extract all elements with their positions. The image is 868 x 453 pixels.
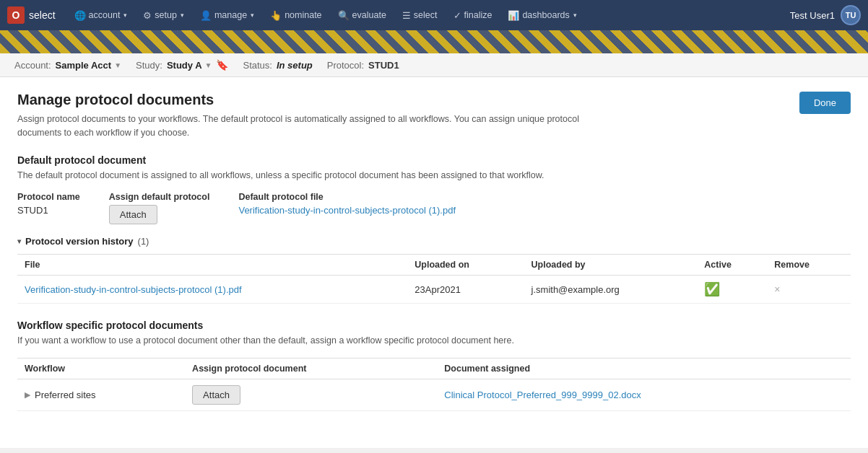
account-label: Account: bbox=[14, 60, 51, 71]
table-row: ▶ Preferred sites Attach Clinical Protoc… bbox=[17, 379, 851, 411]
default-section-title: Default protocol document bbox=[17, 154, 851, 166]
nav-item-setup[interactable]: ⚙ setup ▾ bbox=[136, 6, 191, 25]
bookmark-icon: 🔖 bbox=[216, 59, 228, 71]
study-value: Study A bbox=[167, 60, 202, 71]
brand-icon: O bbox=[7, 6, 25, 24]
uploaded-by-cell: j.smith@example.org bbox=[524, 276, 698, 304]
page-title: Manage protocol documents bbox=[17, 92, 581, 108]
user-avatar[interactable]: TU bbox=[841, 5, 861, 25]
default-file-col: Default protocol file Verification-study… bbox=[238, 192, 456, 216]
manage-nav-label: manage bbox=[214, 10, 247, 20]
attach-default-button[interactable]: Attach bbox=[109, 205, 157, 224]
col-uploaded-on: Uploaded on bbox=[407, 255, 524, 276]
workflow-section: Workflow specific protocol documents If … bbox=[17, 320, 851, 411]
nav-item-evaluate[interactable]: 🔍 evaluate bbox=[331, 6, 394, 25]
study-chevron-icon: ▼ bbox=[205, 61, 212, 69]
version-history-toggle[interactable]: ▾ Protocol version history (1) bbox=[17, 236, 851, 247]
account-chevron-icon: ▼ bbox=[114, 61, 121, 69]
nav-item-nominate[interactable]: 👆 nominate bbox=[263, 6, 329, 25]
attach-workflow-button[interactable]: Attach bbox=[192, 385, 240, 405]
status-breadcrumb: Status: In setup bbox=[243, 60, 312, 71]
col-file: File bbox=[17, 255, 407, 276]
nav-user: Test User1 TU bbox=[790, 5, 861, 25]
dashboards-nav-icon: 📊 bbox=[508, 10, 519, 21]
version-chevron-icon: ▾ bbox=[17, 237, 21, 245]
evaluate-nav-icon: 🔍 bbox=[338, 10, 350, 21]
nav-items: 🌐 account ▾⚙ setup ▾👤 manage ▾👆 nominate… bbox=[67, 6, 790, 25]
nominate-nav-icon: 👆 bbox=[270, 10, 282, 21]
setup-nav-icon: ⚙ bbox=[143, 10, 152, 21]
protocol-label: Protocol: bbox=[327, 60, 364, 71]
col-active: Active bbox=[697, 255, 767, 276]
workflow-section-subtitle: If you want a workflow to use a protocol… bbox=[17, 334, 851, 348]
document-assigned-cell: Clinical Protocol_Preferred_999_9999_02.… bbox=[437, 379, 851, 411]
page-header: Manage protocol documents Assign protoco… bbox=[17, 92, 851, 140]
nav-item-finalize[interactable]: ✓ finalize bbox=[446, 6, 500, 25]
study-breadcrumb: Study: Study A ▼ 🔖 bbox=[136, 59, 228, 71]
col-assign-doc: Assign protocol document bbox=[185, 359, 437, 379]
version-table-header-row: File Uploaded on Uploaded by Active Remo… bbox=[17, 255, 851, 276]
navbar: O select 🌐 account ▾⚙ setup ▾👤 manage ▾👆… bbox=[0, 0, 868, 30]
workflow-row-chevron-icon: ▶ bbox=[25, 390, 30, 400]
protocol-name-col: Protocol name STUD1 bbox=[17, 192, 80, 216]
select-nav-label: select bbox=[414, 10, 438, 20]
protocol-info-row: Protocol name STUD1 Assign default proto… bbox=[17, 192, 851, 224]
col-remove: Remove bbox=[767, 255, 851, 276]
dashboards-nav-label: dashboards bbox=[522, 10, 569, 20]
col-workflow: Workflow bbox=[17, 359, 185, 379]
version-count: (1) bbox=[138, 236, 149, 247]
study-select[interactable]: Study A ▼ bbox=[167, 60, 212, 71]
evaluate-nav-label: evaluate bbox=[352, 10, 386, 20]
nav-item-select[interactable]: ☰ select bbox=[395, 6, 445, 25]
study-label: Study: bbox=[136, 60, 162, 71]
default-section-subtitle: The default protocol document is assigne… bbox=[17, 169, 851, 182]
brand-label: select bbox=[29, 9, 56, 21]
workflow-table: Workflow Assign protocol document Docume… bbox=[17, 358, 851, 411]
nav-item-account[interactable]: 🌐 account ▾ bbox=[67, 6, 135, 25]
uploaded-on-cell: 23Apr2021 bbox=[407, 276, 524, 304]
brand[interactable]: O select bbox=[7, 6, 56, 24]
workflow-table-header-row: Workflow Assign protocol document Docume… bbox=[17, 359, 851, 379]
select-nav-icon: ☰ bbox=[402, 10, 411, 21]
account-nav-icon: 🌐 bbox=[74, 10, 86, 21]
dashboards-chevron-icon: ▾ bbox=[573, 12, 577, 19]
finalize-nav-icon: ✓ bbox=[453, 10, 461, 21]
user-name: Test User1 bbox=[790, 10, 835, 21]
account-nav-label: account bbox=[89, 10, 121, 20]
table-row: Verification-study-in-control-subjects-p… bbox=[17, 276, 851, 304]
page-subtitle: Assign protocol documents to your workfl… bbox=[17, 113, 581, 140]
assign-protocol-col: Assign default protocol Attach bbox=[109, 192, 210, 224]
account-value: Sample Acct bbox=[56, 60, 112, 71]
active-cell: ✅ bbox=[697, 276, 767, 304]
remove-icon[interactable]: × bbox=[774, 283, 780, 295]
nav-item-dashboards[interactable]: 📊 dashboards ▾ bbox=[500, 6, 583, 25]
account-chevron-icon: ▾ bbox=[123, 12, 127, 19]
page-title-section: Manage protocol documents Assign protoco… bbox=[17, 92, 581, 140]
assign-doc-cell: Attach bbox=[185, 379, 437, 411]
protocol-name-label: Protocol name bbox=[17, 192, 80, 202]
status-value: In setup bbox=[277, 60, 313, 71]
workflow-document-link[interactable]: Clinical Protocol_Preferred_999_9999_02.… bbox=[444, 390, 641, 400]
assign-protocol-label: Assign default protocol bbox=[109, 192, 210, 202]
banner bbox=[0, 30, 868, 53]
account-select[interactable]: Sample Acct ▼ bbox=[56, 60, 121, 71]
version-history-table: File Uploaded on Uploaded by Active Remo… bbox=[17, 254, 851, 304]
protocol-value: STUD1 bbox=[368, 60, 399, 71]
file-link[interactable]: Verification-study-in-control-subjects-p… bbox=[25, 284, 242, 295]
manage-chevron-icon: ▾ bbox=[251, 12, 254, 19]
manage-nav-icon: 👤 bbox=[200, 10, 212, 21]
protocol-breadcrumb: Protocol: STUD1 bbox=[327, 60, 399, 71]
nav-item-manage[interactable]: 👤 manage ▾ bbox=[193, 6, 261, 25]
breadcrumb-bar: Account: Sample Acct ▼ Study: Study A ▼ … bbox=[0, 53, 868, 77]
active-check-icon: ✅ bbox=[704, 282, 720, 296]
workflow-name: Preferred sites bbox=[35, 390, 96, 400]
finalize-nav-label: finalize bbox=[464, 10, 492, 20]
protocol-name-value: STUD1 bbox=[17, 205, 48, 216]
default-file-link[interactable]: Verification-study-in-control-subjects-p… bbox=[238, 205, 456, 216]
default-file-label: Default protocol file bbox=[238, 192, 456, 202]
col-uploaded-by: Uploaded by bbox=[524, 255, 698, 276]
workflow-section-title: Workflow specific protocol documents bbox=[17, 320, 851, 331]
account-breadcrumb: Account: Sample Acct ▼ bbox=[14, 60, 121, 71]
setup-nav-label: setup bbox=[155, 10, 177, 20]
done-button[interactable]: Done bbox=[799, 92, 851, 114]
